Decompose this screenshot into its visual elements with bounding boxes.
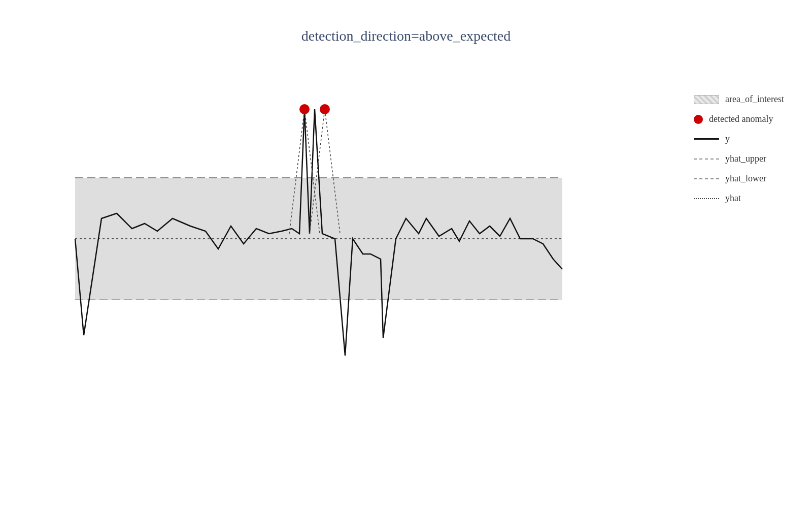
chart-container: detection_direction=above_expected area_…: [0, 0, 812, 508]
legend-item-yhat: yhat: [694, 193, 784, 204]
legend-item-yhat-upper: yhat_upper: [694, 153, 784, 164]
legend-anomaly-label: detected anomaly: [709, 114, 773, 124]
legend-yhat-lower-symbol: [694, 178, 719, 179]
legend-area-label: area_of_interest: [725, 94, 784, 105]
legend-item-y: y: [694, 134, 784, 144]
anomaly-dot-1: [299, 104, 310, 114]
legend-yhat-upper-label: yhat_upper: [725, 153, 766, 164]
anomaly-dot-2: [320, 104, 330, 114]
legend-item-area: area_of_interest: [694, 94, 784, 105]
legend-y-label: y: [725, 134, 730, 144]
legend-yhat-lower-label: yhat_lower: [725, 173, 766, 184]
legend-item-yhat-lower: yhat_lower: [694, 173, 784, 184]
legend-yhat-label: yhat: [725, 193, 741, 204]
legend-yhat-symbol: [694, 198, 719, 199]
legend-yhat-upper-symbol: [694, 158, 719, 160]
legend-y-symbol: [694, 138, 719, 140]
legend-item-anomaly: detected anomaly: [694, 114, 784, 124]
legend-anomaly-symbol: [694, 115, 703, 124]
chart-svg: [0, 0, 573, 508]
legend-area-symbol: [694, 95, 719, 104]
legend: area_of_interest detected anomaly y yhat…: [694, 94, 784, 204]
